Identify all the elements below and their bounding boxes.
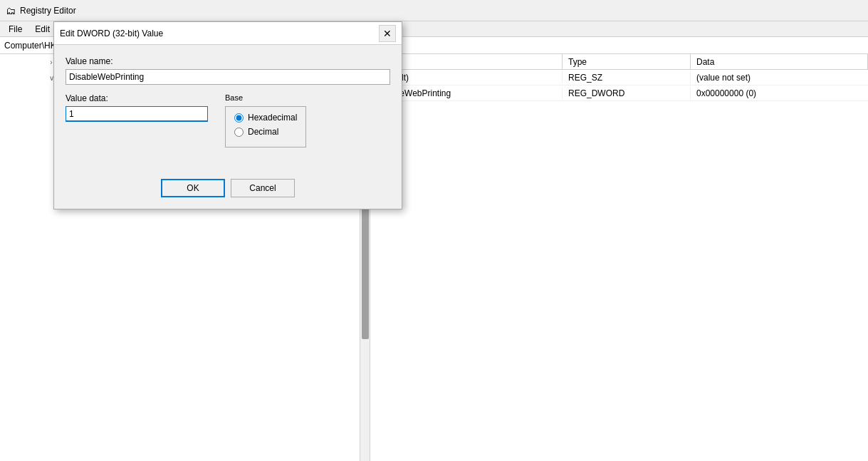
data-base-row: Value data: Base Hexadecimal Decimal — [66, 93, 390, 156]
value-data-section: Value data: — [66, 93, 208, 122]
right-pane-header: Name Type Data — [370, 54, 868, 70]
radio-hexadecimal[interactable] — [234, 113, 244, 123]
reg-type-dwp: REG_DWORD — [563, 87, 691, 100]
dialog-body: Value name: Value data: Base Hexadecimal… — [54, 45, 402, 173]
ok-button[interactable]: OK — [161, 179, 225, 197]
dialog-title: Edit DWORD (32-bit) Value — [60, 29, 163, 38]
app-icon: 🗂 — [6, 5, 16, 16]
menu-file[interactable]: File — [3, 23, 28, 36]
dialog-titlebar: Edit DWORD (32-bit) Value ✕ — [54, 22, 402, 45]
base-section: Base Hexadecimal Decimal — [225, 93, 306, 156]
reg-data-dwp: 0x00000000 (0) — [691, 87, 868, 100]
cancel-button[interactable]: Cancel — [231, 179, 295, 197]
reg-type-default: REG_SZ — [563, 71, 691, 84]
title-text: Registry Editor — [20, 6, 76, 16]
radio-dec-label: Decimal — [248, 127, 278, 137]
col-header-type: Type — [563, 54, 691, 69]
dialog-close-button[interactable]: ✕ — [379, 25, 396, 42]
col-header-data: Data — [691, 54, 868, 69]
edit-dword-dialog: Edit DWORD (32-bit) Value ✕ Value name: … — [53, 21, 402, 209]
reg-data-default: (value not set) — [691, 71, 868, 84]
dialog-buttons: OK Cancel — [54, 173, 402, 209]
base-options: Hexadecimal Decimal — [225, 106, 306, 147]
radio-hex-label: Hexadecimal — [248, 113, 297, 123]
title-bar: 🗂 Registry Editor — [0, 0, 868, 21]
base-label: Base — [225, 93, 306, 102]
right-pane: Name Type Data (Default) REG_SZ (value n… — [370, 54, 868, 461]
value-name-input[interactable] — [66, 69, 390, 85]
radio-decimal[interactable] — [234, 128, 244, 137]
value-name-label: Value name: — [66, 56, 390, 66]
value-data-input[interactable] — [66, 106, 208, 122]
menu-edit[interactable]: Edit — [29, 23, 56, 36]
registry-row-disablewebprinting[interactable]: DisableWebPrinting REG_DWORD 0x00000000 … — [370, 86, 868, 101]
registry-row-default[interactable]: (Default) REG_SZ (value not set) — [370, 70, 868, 86]
radio-row-hex: Hexadecimal — [234, 113, 297, 123]
radio-row-decimal: Decimal — [234, 127, 297, 137]
value-data-label: Value data: — [66, 93, 208, 103]
